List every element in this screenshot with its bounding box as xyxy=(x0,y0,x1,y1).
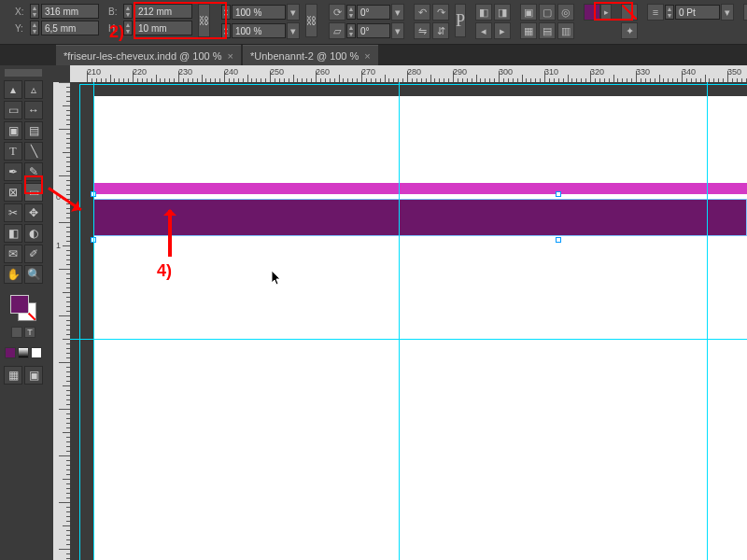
horizontal-ruler[interactable]: 2102202302402502602702802903003103203303… xyxy=(70,65,747,82)
scale-x-spinner[interactable]: ▲▼ xyxy=(221,5,231,20)
constrain-scale-icon[interactable]: ⛓ xyxy=(305,4,317,37)
y-spinner[interactable]: ▲▼ xyxy=(30,21,39,35)
scale-y-dropdown[interactable]: ▾ xyxy=(287,22,300,39)
scale-y-input[interactable]: 100 % xyxy=(232,23,286,38)
fit-frame-icon[interactable]: ▢ xyxy=(539,4,556,21)
free-transform-tool[interactable]: ✥ xyxy=(24,203,43,222)
gradient-feather-tool[interactable]: ◐ xyxy=(24,224,43,243)
select-content-icon[interactable]: ◨ xyxy=(494,4,511,21)
document-tab[interactable]: *Unbenannt-2 @ 100 % × xyxy=(243,45,378,65)
flip-h-icon[interactable]: ⇋ xyxy=(414,22,430,39)
constrain-wh-icon[interactable]: ⛓ xyxy=(198,4,210,37)
apply-none-icon[interactable] xyxy=(31,347,42,358)
pen-tool[interactable]: ✒ xyxy=(4,162,22,181)
type-tool[interactable]: T xyxy=(4,142,22,161)
rotate-ccw-icon[interactable]: ↶ xyxy=(414,4,430,21)
margin-guide xyxy=(93,82,94,560)
document-canvas[interactable] xyxy=(70,82,747,560)
content-collector-tool[interactable]: ▣ xyxy=(4,121,22,140)
pencil-tool[interactable]: ✎ xyxy=(24,162,43,181)
center-content-icon[interactable]: ◎ xyxy=(557,4,574,21)
w-label: B: xyxy=(108,7,121,17)
zoom-tool[interactable]: 🔍 xyxy=(24,265,43,284)
document-tab[interactable]: *friseur-les-cheveux.indd @ 100 % × xyxy=(56,45,241,65)
format-container-icon[interactable] xyxy=(11,327,22,338)
selection-tool[interactable]: ▴ xyxy=(4,80,22,99)
stroke-input[interactable]: 0 Pt xyxy=(675,5,720,20)
select-next-icon[interactable]: ▸ xyxy=(494,22,511,39)
rectangle-tool[interactable]: ▭ xyxy=(24,183,43,202)
page-tool[interactable]: ▭ xyxy=(4,101,22,119)
h-input[interactable]: 10 mm xyxy=(134,21,192,35)
line-tool[interactable]: ╲ xyxy=(24,142,43,161)
gradient-swatch-tool[interactable]: ◧ xyxy=(4,224,22,243)
stroke-weight-icon: ≡ xyxy=(647,4,664,21)
tools-grip[interactable] xyxy=(5,69,42,77)
shear-input[interactable]: 0° xyxy=(357,23,390,38)
vertical-ruler[interactable]: 0 1 xyxy=(53,82,70,560)
rotate-cw-icon[interactable]: ↷ xyxy=(432,4,449,21)
ruler-h-tick: 230 xyxy=(178,67,192,77)
gap-tool[interactable]: ↔ xyxy=(24,101,43,119)
rotate-spinner[interactable]: ▲▼ xyxy=(346,5,356,20)
content-placer-tool[interactable]: ▤ xyxy=(24,121,43,140)
flip-v-icon[interactable]: ⇵ xyxy=(432,22,449,39)
hand-tool[interactable]: ✋ xyxy=(4,265,22,284)
w-spinner[interactable]: ▲▼ xyxy=(123,4,133,19)
fill-stroke-swatch[interactable] xyxy=(10,295,36,321)
w-input[interactable]: 212 mm xyxy=(134,4,192,19)
eyedropper-tool[interactable]: ✐ xyxy=(24,245,43,263)
scale-x-dropdown[interactable]: ▾ xyxy=(287,4,300,21)
direct-select-tool[interactable]: ▵ xyxy=(24,80,43,99)
shear-spinner[interactable]: ▲▼ xyxy=(346,23,356,38)
scale-y-spinner[interactable]: ▲▼ xyxy=(221,23,231,38)
shear-icon: ▱ xyxy=(329,22,345,39)
view-mode-normal-icon[interactable]: ▦ xyxy=(4,366,22,385)
x-input[interactable]: 316 mm xyxy=(41,4,99,19)
fx-star-icon[interactable]: ✦ xyxy=(621,22,638,39)
ruler-h-tick: 310 xyxy=(544,67,558,77)
stroke-dropdown[interactable]: ▾ xyxy=(721,4,734,21)
auto-fit-icon[interactable]: ▥ xyxy=(557,22,574,39)
fill-frame-icon[interactable]: ▦ xyxy=(520,22,537,39)
fit-content-icon[interactable]: ▣ xyxy=(520,4,537,21)
rotate-dropdown[interactable]: ▾ xyxy=(391,4,404,21)
close-icon[interactable]: × xyxy=(364,50,370,62)
y-label: Y: xyxy=(15,23,28,34)
scale-x-input[interactable]: 100 % xyxy=(232,5,286,20)
fx-none-icon[interactable] xyxy=(621,4,638,21)
column-guide xyxy=(707,82,708,560)
fill-swatch[interactable] xyxy=(584,4,600,21)
apply-color-icon[interactable] xyxy=(5,347,16,358)
rotate-input[interactable]: 0° xyxy=(357,5,390,20)
x-spinner[interactable]: ▲▼ xyxy=(30,4,39,19)
scissors-tool[interactable]: ✂ xyxy=(4,203,22,222)
x-label: X: xyxy=(15,7,28,17)
stroke-style-dropdown[interactable]: ——— xyxy=(743,4,747,21)
select-container-icon[interactable]: ◧ xyxy=(475,4,492,21)
fit-prop-icon[interactable]: ▤ xyxy=(539,22,556,39)
h-spinner[interactable]: ▲▼ xyxy=(123,21,133,35)
scale-block: ▲▼ 100 % ▾ ▲▼ 100 % ▾ xyxy=(221,4,300,39)
p-indicator-icon[interactable]: P xyxy=(455,4,466,37)
note-tool[interactable]: ✉ xyxy=(4,245,22,263)
shear-dropdown[interactable]: ▾ xyxy=(391,22,404,39)
apply-gradient-icon[interactable] xyxy=(18,347,29,358)
selection-handle[interactable] xyxy=(556,237,561,243)
close-icon[interactable]: × xyxy=(228,50,233,62)
selection-handle[interactable] xyxy=(556,191,561,197)
ruler-h-tick: 280 xyxy=(407,67,421,77)
rectangle-frame-tool[interactable]: ⊠ xyxy=(4,183,22,202)
reference-point-grid[interactable] xyxy=(4,11,6,32)
fill-swatch-dropdown[interactable]: ▸ xyxy=(600,4,612,21)
row-guide xyxy=(70,339,747,340)
stroke-spinner[interactable]: ▲▼ xyxy=(665,5,674,20)
select-prev-icon[interactable]: ◂ xyxy=(475,22,492,39)
fill-color-swatch[interactable] xyxy=(10,295,29,314)
magenta-bar-shape[interactable] xyxy=(93,183,747,194)
purple-bar-shape[interactable] xyxy=(93,199,747,236)
ruler-h-tick: 330 xyxy=(636,67,650,77)
y-input[interactable]: 6,5 mm xyxy=(41,21,99,35)
view-mode-preview-icon[interactable]: ▣ xyxy=(24,366,43,385)
format-text-icon[interactable]: T xyxy=(24,327,35,338)
